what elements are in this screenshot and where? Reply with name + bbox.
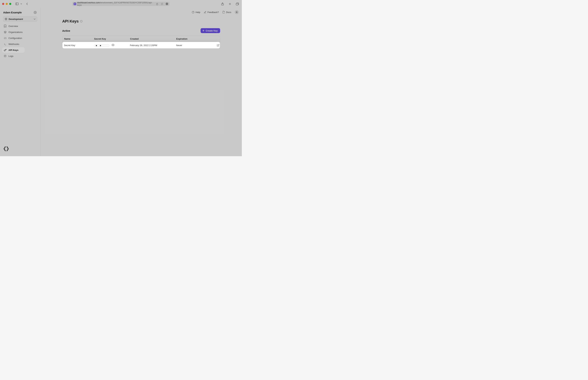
col-secret: Secret Key [94, 38, 130, 40]
sidebar-item-label: Logs [8, 55, 13, 57]
window-minimize-button[interactable] [6, 3, 8, 5]
table-row[interactable]: Secret Key February 28, 2022 2: [62, 42, 220, 49]
environment-selector[interactable]: Development [3, 17, 37, 21]
sidebar-item-logs[interactable]: Logs [2, 53, 38, 59]
col-name: Name [64, 38, 94, 40]
settings-button[interactable] [34, 11, 37, 14]
svg-point-26 [113, 45, 113, 45]
share-button[interactable] [220, 1, 225, 6]
account-name: Adam Example [3, 11, 22, 14]
create-key-label: Create Key [206, 29, 218, 32]
svg-rect-0 [16, 3, 18, 5]
help-icon [192, 11, 194, 14]
tabs-overview-button[interactable] [235, 1, 240, 6]
help-link[interactable]: Help [192, 11, 200, 14]
browser-chrome-bar: dashboard.workos.com/environment_01FX16P… [0, 0, 242, 8]
plus-icon [202, 30, 204, 32]
sidebar-toggle-group [15, 1, 22, 6]
cell-name: Secret Key [64, 44, 94, 47]
table-header: Name Secret Key Created Expiration [62, 36, 220, 42]
sidebar-nav: Overview Organizations Configuration Web… [2, 23, 39, 59]
chevron-down-icon[interactable] [20, 1, 22, 6]
info-icon[interactable] [80, 20, 82, 22]
feedback-icon [204, 11, 206, 14]
sidebar-item-configuration[interactable]: Configuration [2, 35, 38, 41]
docs-icon [222, 11, 225, 14]
top-utility-bar: Help Feedback? Docs A [192, 10, 239, 14]
cell-expiration: Never [176, 44, 208, 47]
sidebar-toggle-button[interactable] [15, 1, 20, 6]
section-title: Active [62, 29, 70, 32]
svg-point-4 [167, 4, 167, 4]
svg-point-3 [166, 4, 166, 4]
new-tab-button[interactable] [227, 1, 232, 6]
cube-icon [5, 18, 7, 20]
cell-secret [94, 43, 130, 47]
api-keys-table: Name Secret Key Created Expiration Secre… [62, 36, 220, 49]
sidebar-item-overview[interactable]: Overview [2, 23, 38, 29]
sidebar-item-label: Webhooks [8, 43, 19, 45]
chevron-down-icon [34, 19, 36, 20]
col-expiration: Expiration [176, 38, 208, 40]
key-icon [4, 49, 7, 51]
docs-link[interactable]: Docs [222, 11, 231, 14]
environment-label: Development [9, 18, 23, 20]
svg-point-5 [167, 4, 168, 4]
reveal-secret-button[interactable] [112, 43, 114, 46]
address-bar[interactable]: dashboard.workos.com/environment_01FX16P… [72, 2, 170, 6]
docs-label: Docs [226, 11, 231, 14]
traffic-lights [2, 3, 11, 5]
window-zoom-button[interactable] [9, 3, 11, 5]
sidebar-footer [2, 145, 39, 153]
svg-point-8 [35, 12, 35, 13]
site-favicon-icon [74, 3, 76, 5]
sidebar-item-label: Configuration [8, 37, 22, 39]
feedback-label: Feedback? [207, 11, 219, 14]
svg-rect-2 [157, 4, 158, 5]
sidebar-item-organizations[interactable]: Organizations [2, 29, 38, 35]
svg-rect-7 [236, 3, 238, 5]
create-key-button[interactable]: Create Key [201, 28, 220, 33]
window-close-button[interactable] [2, 3, 4, 5]
chrome-right-group [220, 1, 240, 6]
bookmark-icon [4, 25, 7, 27]
brand-logo-icon [3, 146, 9, 152]
browser-back-button[interactable] [25, 1, 30, 6]
database-icon [4, 55, 7, 57]
svg-point-20 [4, 55, 6, 56]
sidebar-item-webhooks[interactable]: Webhooks [2, 41, 38, 47]
help-label: Help [196, 11, 200, 14]
sliders-icon [4, 37, 7, 39]
reload-icon[interactable] [161, 3, 163, 5]
svg-marker-9 [4, 31, 6, 32]
more-icon[interactable] [166, 3, 168, 5]
col-created: Created [130, 38, 176, 40]
lock-icon [156, 3, 158, 5]
user-avatar[interactable]: A [235, 10, 239, 14]
url-host: dashboard.workos.com [77, 1, 100, 4]
sidebar-item-label: API Keys [8, 49, 18, 51]
cell-created: February 28, 2022 2:20PM [130, 44, 176, 47]
sidebar-item-api-keys[interactable]: API Keys [2, 47, 25, 53]
edit-button[interactable] [217, 44, 220, 47]
page-title: API Keys [62, 19, 79, 24]
feedback-link[interactable]: Feedback? [204, 11, 219, 14]
layers-icon [4, 31, 7, 34]
main-content: Help Feedback? Docs A API Keys [41, 8, 242, 156]
terminal-icon [4, 43, 7, 45]
secret-masked-pill[interactable] [94, 44, 109, 47]
svg-point-21 [192, 11, 194, 13]
sidebar: Adam Example Development Overview [0, 8, 41, 156]
sidebar-item-label: Overview [8, 25, 18, 27]
sidebar-item-label: Organizations [8, 31, 22, 34]
